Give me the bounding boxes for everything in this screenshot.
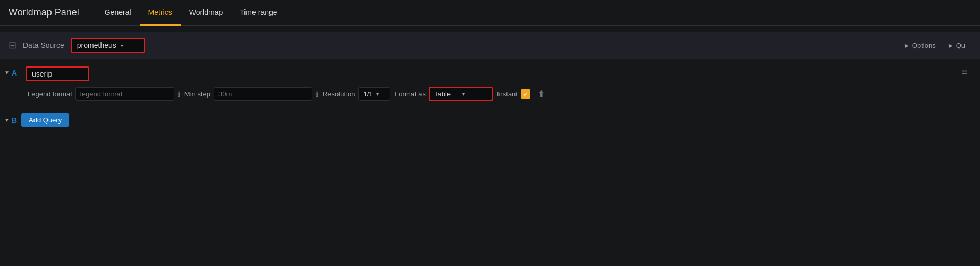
legend-info-icon: ℹ: [178, 90, 180, 98]
query-b-arrow-icon: ▼: [4, 117, 10, 123]
datasource-label: Data Source: [23, 41, 64, 49]
tab-nav: General Metrics Worldmap Time range: [96, 0, 286, 25]
tab-general[interactable]: General: [96, 0, 140, 26]
tab-metrics[interactable]: Metrics: [140, 0, 181, 26]
query-a-options: Legend format ℹ Min step ℹ Resolution 1/…: [0, 84, 980, 104]
export-icon[interactable]: ⬆: [535, 88, 548, 100]
query-arrow-icon: ▶: [949, 43, 953, 48]
min-step-info-icon: ℹ: [316, 90, 318, 98]
query-b-toggle[interactable]: ▼ B: [4, 116, 17, 124]
options-label: Options: [912, 41, 936, 49]
datasource-row-right: ▶ Options ▶ Qu: [898, 39, 971, 52]
options-button[interactable]: ▶ Options: [898, 39, 942, 52]
query-a-letter: A: [12, 68, 17, 77]
page-title: Worldmap Panel: [9, 7, 79, 18]
resolution-group: Resolution 1/1 ▾: [323, 87, 390, 101]
format-as-select[interactable]: Table ▾: [429, 87, 493, 101]
datasource-row: ⊟ Data Source prometheus ▾ ▶ Options ▶ Q…: [0, 32, 980, 59]
instant-checkbox[interactable]: ✓: [521, 89, 530, 99]
datasource-arrow-icon: ▾: [121, 43, 139, 48]
query-b-letter: B: [12, 116, 17, 124]
query-a-menu-icon[interactable]: ≡: [953, 66, 976, 78]
instant-group: Instant ✓: [497, 89, 530, 99]
tab-timerange[interactable]: Time range: [231, 0, 285, 26]
format-as-group: Format as Table ▾: [394, 87, 493, 101]
legend-format-input[interactable]: [75, 87, 174, 101]
format-as-value: Table: [434, 90, 459, 98]
min-step-input[interactable]: [214, 87, 312, 101]
query-a-arrow-icon: ▼: [4, 70, 10, 76]
datasource-select[interactable]: prometheus ▾: [71, 38, 145, 53]
query-a-container: ▼ A userip ≡ Legend format ℹ Min step ℹ: [0, 60, 980, 109]
instant-label: Instant: [497, 90, 518, 98]
legend-format-label: Legend format: [28, 90, 72, 98]
min-step-group: Min step ℹ: [184, 87, 318, 101]
tab-worldmap[interactable]: Worldmap: [181, 0, 232, 26]
legend-format-group: Legend format ℹ: [28, 87, 180, 101]
query-a-header: ▼ A userip ≡: [0, 64, 980, 84]
query-b-row: ▼ B Add Query: [0, 109, 980, 131]
content: ⊟ Data Source prometheus ▾ ▶ Options ▶ Q…: [0, 26, 980, 137]
format-as-arrow-icon: ▾: [462, 91, 487, 97]
resolution-arrow-icon: ▾: [376, 91, 379, 97]
query-a-toggle[interactable]: ▼ A: [4, 66, 21, 77]
header: Worldmap Panel General Metrics Worldmap …: [0, 0, 980, 26]
query-label: Qu: [956, 41, 965, 49]
database-icon: ⊟: [9, 39, 16, 51]
add-query-button[interactable]: Add Query: [21, 113, 69, 127]
min-step-label: Min step: [184, 90, 210, 98]
datasource-value: prometheus: [77, 41, 116, 49]
resolution-label: Resolution: [323, 90, 355, 98]
options-arrow-icon: ▶: [905, 43, 909, 48]
query-a-metric-value: userip: [32, 70, 52, 78]
resolution-select[interactable]: 1/1 ▾: [358, 87, 390, 101]
format-as-label: Format as: [394, 90, 426, 98]
resolution-value: 1/1: [363, 90, 373, 98]
query-a-metric-input[interactable]: userip: [26, 66, 89, 81]
query-button[interactable]: ▶ Qu: [942, 39, 971, 52]
